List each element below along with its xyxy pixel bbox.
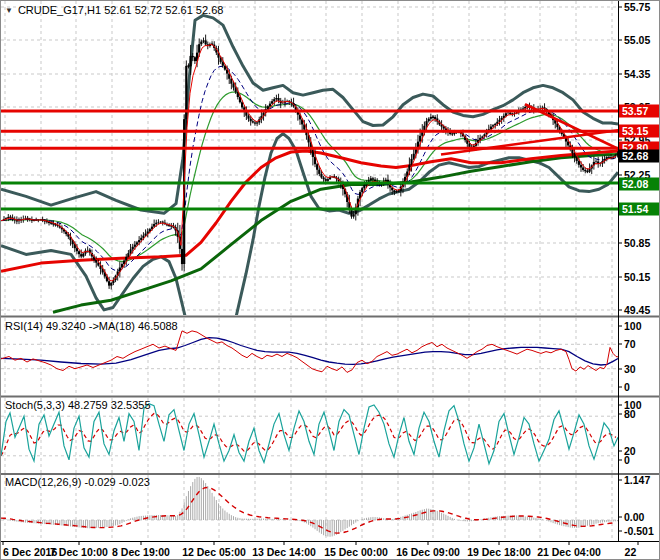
price-level-tag: 53.15 <box>619 125 660 138</box>
time-axis-label: 13 Dec 14:00 <box>252 546 316 558</box>
time-axis-label: 22 Dec 13:00 <box>625 546 652 560</box>
rsi-indicator-label: RSI(14) 49.3240 ->MA(18) 46.5088 <box>5 320 178 332</box>
price-tick-label: 54.35 <box>624 68 650 80</box>
rsi-tick-label: 30 <box>624 363 636 375</box>
collapse-arrow-icon[interactable]: ▼ <box>5 6 13 15</box>
trading-chart-window: ▼CRUDE_G17,H1 52.61 52.72 52.61 52.68 RS… <box>0 0 660 560</box>
rsi-tick-label: 70 <box>624 338 636 350</box>
time-axis-label: 12 Dec 05:00 <box>182 546 246 558</box>
stoch-indicator-label: Stoch(5,3,3) 48.2759 32.5355 <box>5 399 151 411</box>
time-axis-label: 19 Dec 18:00 <box>467 546 531 558</box>
chart-title-bar: ▼CRUDE_G17,H1 52.61 52.72 52.61 52.68 <box>5 4 223 16</box>
time-axis-label: 8 Dec 19:00 <box>112 546 170 558</box>
macd-signal-line <box>1 487 616 533</box>
price-panel[interactable] <box>1 1 660 346</box>
navy-dashed-ma-line <box>1 66 616 270</box>
time-axis-label: 15 Dec 00:00 <box>324 546 388 558</box>
symbol-period-label: CRUDE_G17,H1 <box>18 4 101 16</box>
price-tick-label: 49.45 <box>624 304 650 316</box>
price-tick-label: 50.15 <box>624 271 650 283</box>
price-tick-label: 50.85 <box>624 237 650 249</box>
macd-tick-label: 0.00 <box>624 511 644 523</box>
red-ma-line <box>1 151 618 271</box>
stoch-tick-label: 80 <box>624 408 636 420</box>
macd-tick-label: -0.501 <box>624 525 654 537</box>
macd-indicator-label: MACD(12,26,9) -0.029 -0.023 <box>5 476 150 488</box>
ohlc-values: 52.61 52.72 52.61 52.68 <box>104 4 223 16</box>
macd-tick-label: 1.147 <box>624 474 650 486</box>
price-level-tag: 53.57 <box>619 105 660 118</box>
rsi-ma-line <box>1 338 618 365</box>
time-axis-label: 16 Dec 09:00 <box>396 546 460 558</box>
price-level-tag: 51.54 <box>619 203 660 216</box>
rsi-tick-label: 0 <box>624 381 630 393</box>
current-price-tag: 52.68 <box>619 149 660 162</box>
rsi-tick-label: 100 <box>624 320 642 332</box>
bollinger-lower-band <box>1 134 618 346</box>
price-level-tag: 52.08 <box>619 177 660 190</box>
time-axis-label: 7 Dec 10:00 <box>50 546 108 558</box>
stoch-tick-label: 0 <box>624 454 630 466</box>
stoch-main-line <box>1 404 618 464</box>
fast-green-ma-line <box>1 92 616 261</box>
rsi-line <box>1 331 618 373</box>
time-axis-label: 21 Dec 04:00 <box>537 546 601 558</box>
price-tick-label: 55.75 <box>624 1 650 13</box>
price-tick-label: 55.05 <box>624 34 650 46</box>
